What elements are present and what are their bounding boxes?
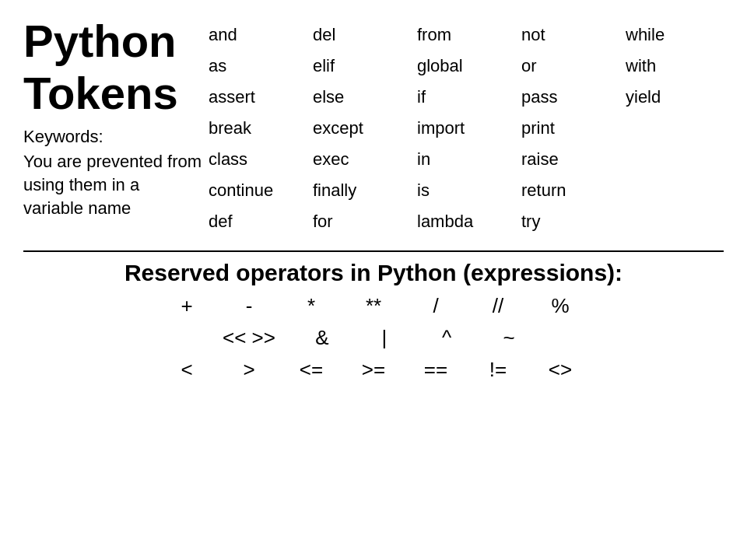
keyword-cell: if xyxy=(411,84,515,110)
reserved-section: Reserved operators in Python (expression… xyxy=(23,260,724,390)
keyword-cell: else xyxy=(307,84,411,110)
title-line2: Tokens xyxy=(23,68,178,118)
keywords-label: Keywords: xyxy=(23,127,202,147)
keyword-cell: is xyxy=(411,177,515,204)
operator-cell: / xyxy=(420,294,451,318)
keyword-cell: assert xyxy=(202,84,307,110)
reserved-title: Reserved operators in Python (expression… xyxy=(23,260,724,286)
page-title: Python Tokens xyxy=(23,16,202,119)
keyword-cell: for xyxy=(307,208,411,235)
keyword-cell: pass xyxy=(515,84,619,110)
keyword-cell: except xyxy=(307,115,411,142)
top-section: Python Tokens Keywords: You are prevente… xyxy=(23,16,724,240)
keyword-cell: not xyxy=(515,22,619,48)
operators-row: <><=>===!=<> xyxy=(23,358,724,382)
keyword-cell: with xyxy=(619,53,724,79)
keyword-cell xyxy=(619,208,724,235)
operator-cell: - xyxy=(233,294,265,318)
left-panel: Python Tokens Keywords: You are prevente… xyxy=(23,16,202,240)
operator-cell: ^ xyxy=(431,326,462,350)
operator-cell: ~ xyxy=(493,326,524,350)
operator-cell: <= xyxy=(296,358,327,382)
operator-cell: == xyxy=(420,358,451,382)
keyword-cell xyxy=(619,115,724,142)
operator-cell: != xyxy=(482,358,514,382)
keyword-cell: raise xyxy=(515,146,619,173)
operator-cell: << >> xyxy=(223,326,275,350)
keyword-cell: lambda xyxy=(411,208,515,235)
operator-cell: + xyxy=(171,294,202,318)
keyword-cell: finally xyxy=(307,177,411,204)
keywords-grid: anddelfromnotwhileaselifglobalorwithasse… xyxy=(202,16,724,240)
operator-cell: ** xyxy=(358,294,389,318)
keyword-cell xyxy=(619,146,724,173)
keyword-cell: continue xyxy=(202,177,307,204)
keyword-cell: yield xyxy=(619,84,724,110)
keyword-cell: exec xyxy=(307,146,411,173)
keyword-cell: in xyxy=(411,146,515,173)
operator-cell: % xyxy=(545,294,576,318)
operators-container: +-***///%<< >>&|^~<><=>===!=<> xyxy=(23,294,724,382)
keyword-cell: while xyxy=(619,22,724,48)
operator-cell: * xyxy=(296,294,327,318)
keyword-cell: del xyxy=(307,22,411,48)
operators-row: << >>&|^~ xyxy=(23,326,724,350)
operator-cell: >= xyxy=(358,358,389,382)
operator-cell: & xyxy=(307,326,338,350)
operators-row: +-***///% xyxy=(23,294,724,318)
keyword-cell: and xyxy=(202,22,307,48)
keyword-cell: try xyxy=(515,208,619,235)
keyword-cell: global xyxy=(411,53,515,79)
keywords-desc: You are prevented from using them in a v… xyxy=(23,150,202,219)
operator-cell: // xyxy=(482,294,514,318)
keyword-cell: elif xyxy=(307,53,411,79)
keyword-cell: def xyxy=(202,208,307,235)
operator-cell: > xyxy=(233,358,265,382)
divider xyxy=(23,250,724,252)
operator-cell: < xyxy=(171,358,202,382)
keyword-cell: print xyxy=(515,115,619,142)
operator-cell: <> xyxy=(545,358,576,382)
keyword-cell: as xyxy=(202,53,307,79)
operator-cell: | xyxy=(369,326,400,350)
keyword-cell: import xyxy=(411,115,515,142)
page: Python Tokens Keywords: You are prevente… xyxy=(0,0,747,560)
title-line1: Python xyxy=(23,16,177,66)
keyword-cell: or xyxy=(515,53,619,79)
keyword-cell: return xyxy=(515,177,619,204)
keyword-cell xyxy=(619,177,724,204)
keyword-cell: break xyxy=(202,115,307,142)
keyword-cell: from xyxy=(411,22,515,48)
keyword-cell: class xyxy=(202,146,307,173)
